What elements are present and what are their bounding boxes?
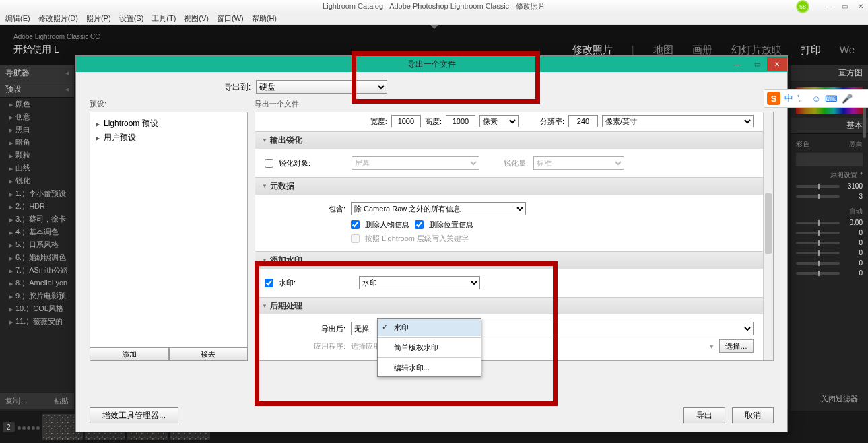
menu-photo[interactable]: 照片(P): [86, 13, 111, 24]
ime-punct[interactable]: '。: [797, 92, 807, 104]
menu-settings[interactable]: 设置(S): [119, 13, 144, 24]
cancel-button[interactable]: 取消: [732, 407, 774, 423]
watermark-select[interactable]: 水印: [359, 276, 480, 289]
original-setting[interactable]: 原照设置: [830, 170, 857, 180]
preset-item[interactable]: 6.）婚纱照调色: [0, 251, 74, 264]
tree-node[interactable]: Lightroom 预设: [96, 116, 242, 131]
menu-develop[interactable]: 修改照片(D): [38, 13, 78, 24]
sharpen-section-header[interactable]: 输出锐化: [255, 132, 763, 149]
preset-item[interactable]: 7.）ASmith公路: [0, 264, 74, 277]
preset-tree[interactable]: Lightroom 预设 用户预设: [90, 112, 248, 347]
ime-lang[interactable]: 中: [784, 92, 793, 104]
sharpen-target-select[interactable]: 屏幕: [352, 156, 479, 170]
unit-select[interactable]: 像素: [479, 115, 519, 127]
color-mode[interactable]: 彩色: [796, 139, 809, 149]
preset-item[interactable]: 10.）COL风格: [0, 302, 74, 315]
metadata-section-header[interactable]: 元数据: [255, 178, 763, 195]
dialog-minimize-button[interactable]: —: [727, 57, 747, 71]
resolution-unit-select[interactable]: 像素/英寸: [602, 115, 754, 127]
slider[interactable]: [796, 252, 840, 254]
temp-slider[interactable]: [796, 185, 840, 188]
remove-location-checkbox[interactable]: [415, 220, 424, 229]
module-print[interactable]: 打印: [801, 44, 821, 57]
preset-item[interactable]: 1.）李小蕾预设: [0, 187, 74, 200]
width-input[interactable]: [391, 115, 421, 127]
preset-item[interactable]: 11.）薇薇安的: [0, 315, 74, 328]
preset-item[interactable]: 曲线: [0, 162, 74, 174]
remove-preset-button[interactable]: 移去: [169, 347, 248, 361]
close-filters-button[interactable]: 关闭过滤器: [821, 394, 858, 404]
plugin-manager-button[interactable]: 增效工具管理器...: [90, 407, 178, 423]
maximize-button[interactable]: ▭: [837, 2, 852, 11]
panel-toggle-icon[interactable]: [430, 25, 438, 29]
contrast-slider[interactable]: [796, 232, 840, 234]
bw-mode[interactable]: 黑白: [849, 139, 863, 149]
menu-window[interactable]: 窗口(W): [217, 13, 244, 24]
scrollbar-thumb[interactable]: [765, 193, 772, 254]
auto-button[interactable]: 自动: [849, 207, 863, 216]
include-select[interactable]: 除 Camera Raw 之外的所有信息: [351, 202, 526, 215]
preset-item[interactable]: 暗角: [0, 136, 74, 149]
ime-toolbar[interactable]: S 中 '。 ☺ ⌨ 🎤: [764, 89, 868, 108]
menu-help[interactable]: 帮助(H): [252, 13, 277, 24]
menu-edit[interactable]: 编辑(E): [5, 13, 30, 24]
dialog-maximize-button[interactable]: ▭: [747, 57, 767, 71]
tint-slider[interactable]: [796, 195, 840, 198]
preset-item[interactable]: 9.）胶片电影预: [0, 289, 74, 302]
dialog-close-button[interactable]: ✕: [767, 57, 787, 71]
navigator-header[interactable]: 导航器◀: [0, 65, 74, 81]
preset-item[interactable]: 颜色: [0, 98, 74, 110]
scrollbar[interactable]: [763, 112, 773, 360]
update-badge[interactable]: 68: [796, 0, 809, 13]
menu-view[interactable]: 视图(V): [184, 13, 209, 24]
preset-item[interactable]: 颗粒: [0, 149, 74, 162]
minimize-button[interactable]: —: [821, 2, 836, 11]
preset-item[interactable]: 黑白: [0, 123, 74, 136]
preset-item[interactable]: 5.）日系风格: [0, 238, 74, 251]
keyboard-icon[interactable]: ⌨: [825, 94, 838, 104]
histogram-header[interactable]: 直方图: [791, 65, 868, 81]
export-to-select[interactable]: 硬盘: [256, 80, 387, 94]
popup-option-watermark[interactable]: 水印: [378, 319, 481, 336]
sharpen-checkbox[interactable]: [265, 159, 273, 168]
slider[interactable]: [796, 262, 840, 265]
preset-item[interactable]: 4.）基本调色: [0, 226, 74, 238]
filmstrip-dots: [17, 423, 40, 431]
menu-bar[interactable]: 编辑(E) 修改照片(D) 照片(P) 设置(S) 工具(T) 视图(V) 窗口…: [0, 13, 868, 25]
preset-item[interactable]: 3.）蔡司，徐卡: [0, 213, 74, 226]
paste-button[interactable]: 粘贴: [54, 396, 69, 406]
exposure-slider[interactable]: [796, 222, 840, 224]
smile-icon[interactable]: ☺: [811, 94, 820, 104]
preset-item[interactable]: 创意: [0, 110, 74, 123]
sharpen-amount-select[interactable]: 标准: [533, 156, 624, 170]
tree-node[interactable]: 用户预设: [96, 131, 242, 145]
close-button[interactable]: ✕: [853, 2, 868, 11]
watermark-section-header[interactable]: 添加水印: [255, 252, 763, 269]
slider[interactable]: [796, 272, 840, 275]
export-button[interactable]: 导出: [683, 407, 725, 423]
write-hierarchy-checkbox[interactable]: [351, 234, 360, 243]
watermark-checkbox[interactable]: [265, 279, 273, 287]
presets-header[interactable]: 预设◀: [0, 81, 74, 98]
resolution-input[interactable]: [568, 115, 598, 127]
sogou-icon[interactable]: S: [767, 92, 780, 105]
popup-option-simple[interactable]: 简单版权水印: [378, 339, 481, 356]
preset-item[interactable]: 锐化: [0, 174, 74, 187]
mic-icon[interactable]: 🎤: [842, 94, 853, 104]
preset-item[interactable]: 8.）AmeliaLyon: [0, 277, 74, 289]
slider[interactable]: [796, 242, 840, 244]
add-preset-button[interactable]: 添加: [90, 347, 169, 361]
filmstrip-count[interactable]: 2: [3, 422, 15, 432]
module-web[interactable]: We: [840, 44, 855, 57]
menu-tools[interactable]: 工具(T): [152, 13, 176, 24]
popup-option-edit[interactable]: 编辑水印...: [378, 360, 481, 376]
right-scrollbar[interactable]: [863, 104, 866, 138]
post-section-header[interactable]: 后期处理: [255, 298, 763, 314]
basic-header[interactable]: 基本: [791, 118, 868, 134]
remove-people-checkbox[interactable]: [351, 220, 360, 229]
copy-button[interactable]: 复制…: [5, 396, 28, 406]
choose-app-button[interactable]: 选择…: [719, 339, 754, 353]
dialog-titlebar[interactable]: 导出一个文件 — ▭ ✕: [76, 56, 787, 72]
preset-item[interactable]: 2.）HDR: [0, 200, 74, 213]
height-input[interactable]: [446, 115, 475, 127]
